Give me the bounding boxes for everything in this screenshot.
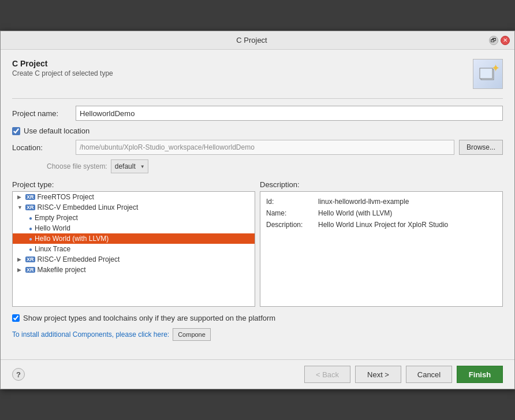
project-name-label: Project name: [12, 109, 76, 118]
desc-row-name: Name: Hello World (with LLVM) [266, 209, 497, 217]
bullet-hello-world-llvm: ● [29, 236, 32, 242]
label-riscv-embedded: RISC-V Embedded Project [38, 255, 120, 263]
description-container: Id: linux-helloworld-llvm-example Name: … [260, 191, 503, 307]
tree-item-empty-project[interactable]: ● Empty Project [13, 213, 255, 223]
show-platform-checkbox[interactable] [12, 314, 20, 322]
desc-row-description: Description: Hello World Linux Project f… [266, 221, 497, 229]
install-text: To install additional Components, please… [12, 330, 169, 339]
expand-icon-makefile: ▶ [17, 267, 23, 273]
page-subtitle: Create C project of selected type [12, 69, 113, 77]
browse-button[interactable]: Browse... [459, 140, 503, 155]
location-input[interactable] [76, 140, 454, 155]
back-button[interactable]: < Back [304, 366, 350, 383]
desc-row-id: Id: linux-helloworld-llvm-example [266, 198, 497, 206]
desc-value-name: Hello World (with LLVM) [318, 209, 392, 217]
label-riscv-linux: RISC-V Embedded Linux Project [38, 203, 139, 211]
filesystem-select[interactable]: default [111, 159, 148, 173]
two-panel: Project type: ▶ XR FreeRTOS Project ▼ XR… [12, 180, 503, 307]
content-area: C Project Create C project of selected t… [1, 50, 514, 359]
cancel-button[interactable]: Cancel [406, 366, 452, 383]
bullet-empty-project: ● [29, 215, 32, 221]
desc-value-description: Hello World Linux Project for XploR Stud… [318, 221, 448, 229]
header-section: C Project Create C project of selected t… [12, 59, 503, 89]
badge-freertos: XR [25, 194, 35, 200]
use-default-location-label: Use default location [24, 127, 89, 135]
page-title: C Project [12, 59, 113, 68]
project-name-row: Project name: [12, 106, 503, 121]
tree-item-freertos[interactable]: ▶ XR FreeRTOS Project [13, 192, 255, 202]
filesystem-label: Choose file system: [47, 162, 107, 170]
finish-button[interactable]: Finish [457, 366, 503, 383]
help-button[interactable]: ? [12, 368, 25, 381]
badge-makefile: XR [25, 267, 35, 273]
filesystem-select-wrapper: default [111, 159, 148, 173]
project-icon-svg [479, 65, 497, 83]
footer-right: < Back Next > Cancel Finish [304, 366, 503, 383]
label-linux-trace: Linux Trace [35, 245, 70, 253]
header-text: C Project Create C project of selected t… [12, 59, 113, 77]
badge-riscv-embedded: XR [25, 257, 35, 262]
next-button[interactable]: Next > [355, 366, 401, 383]
footer-left: ? [12, 368, 25, 381]
use-default-location-row: Use default location [12, 127, 503, 135]
expand-icon-riscv-embedded: ▶ [17, 257, 23, 262]
window-title: C Project [14, 36, 489, 44]
desc-value-id: linux-helloworld-llvm-example [318, 198, 409, 206]
titlebar: C Project 🗗 ✕ [1, 31, 514, 50]
tree-item-hello-world-llvm[interactable]: ● Hello World (with LLVM) [13, 233, 255, 244]
label-makefile: Makefile project [38, 266, 86, 274]
filesystem-row: Choose file system: default [12, 159, 503, 173]
main-window: C Project 🗗 ✕ C Project Create C project… [0, 31, 515, 389]
close-button[interactable]: ✕ [501, 36, 510, 45]
desc-key-name: Name: [266, 209, 318, 217]
label-hello-world: Hello World [35, 224, 70, 232]
use-default-location-checkbox[interactable] [12, 127, 20, 135]
description-label: Description: [260, 180, 503, 189]
show-platform-label: Show project types and toolchains only i… [23, 314, 275, 322]
header-separator [12, 98, 503, 99]
location-label: Location: [12, 143, 76, 152]
tree-item-makefile[interactable]: ▶ XR Makefile project [13, 265, 255, 275]
label-freertos: FreeRTOS Project [38, 193, 94, 201]
tree-item-hello-world[interactable]: ● Hello World [13, 223, 255, 233]
show-platform-row: Show project types and toolchains only i… [12, 314, 503, 322]
bullet-linux-trace: ● [29, 246, 32, 252]
location-row: Location: Browse... [12, 140, 503, 155]
tree-item-linux-trace[interactable]: ● Linux Trace [13, 244, 255, 254]
expand-icon-riscv-linux: ▼ [17, 205, 23, 210]
project-name-input[interactable] [76, 106, 503, 121]
bullet-hello-world: ● [29, 225, 32, 232]
project-type-tree[interactable]: ▶ XR FreeRTOS Project ▼ XR RISC-V Embedd… [12, 191, 255, 307]
minimize-button[interactable]: 🗗 [489, 36, 498, 45]
svg-rect-1 [480, 68, 492, 79]
install-row: To install additional Components, please… [12, 328, 503, 341]
project-type-section: Project type: ▶ XR FreeRTOS Project ▼ XR… [12, 180, 255, 307]
tree-item-riscv-linux[interactable]: ▼ XR RISC-V Embedded Linux Project [13, 202, 255, 213]
footer: ? < Back Next > Cancel Finish [1, 359, 514, 389]
desc-key-description: Description: [266, 221, 318, 229]
label-empty-project: Empty Project [35, 214, 78, 222]
project-type-label: Project type: [12, 180, 255, 189]
titlebar-controls: 🗗 ✕ [489, 36, 510, 45]
header-icon [473, 59, 503, 89]
component-button[interactable]: Compone [173, 328, 211, 341]
tree-item-riscv-embedded[interactable]: ▶ XR RISC-V Embedded Project [13, 254, 255, 265]
expand-icon-freertos: ▶ [17, 194, 23, 200]
label-hello-world-llvm: Hello World (with LLVM) [35, 235, 109, 243]
desc-key-id: Id: [266, 198, 318, 206]
description-section: Description: Id: linux-helloworld-llvm-e… [260, 180, 503, 307]
badge-riscv-linux: XR [25, 205, 35, 210]
